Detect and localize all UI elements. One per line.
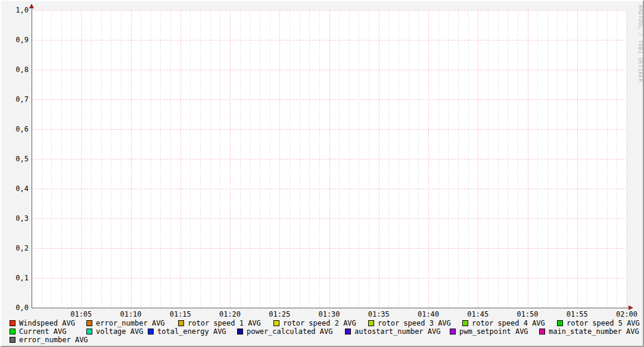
plot-area bbox=[32, 10, 627, 308]
legend-swatch bbox=[450, 329, 456, 335]
legend-label: main_state_number AVG bbox=[549, 328, 639, 335]
legend-item: pwm_setpoint AVG bbox=[450, 328, 528, 335]
x-tick-label: 01:40 bbox=[410, 310, 446, 318]
legend-swatch bbox=[10, 337, 15, 343]
x-tick-label: 01:05 bbox=[63, 310, 99, 318]
y-tick-label: 0,7 bbox=[2, 95, 29, 104]
major-gridline-horizontal bbox=[32, 159, 627, 160]
legend-item: rotor speed 4 AVG bbox=[462, 320, 545, 327]
watermark: RRDTOOL / TOBI OETIKER bbox=[637, 5, 643, 82]
major-gridline-horizontal bbox=[32, 10, 627, 11]
x-axis-arrow-icon bbox=[629, 305, 633, 310]
x-tick-label: 01:20 bbox=[212, 310, 248, 318]
y-tick-label: 0,4 bbox=[2, 185, 29, 193]
x-tick-label: 01:30 bbox=[312, 310, 347, 318]
legend-item: Windspeed AVG bbox=[10, 320, 75, 327]
legend-label: Windspeed AVG bbox=[19, 320, 75, 327]
legend-label: pwm_setpoint AVG bbox=[459, 328, 528, 335]
y-tick-label: 0,9 bbox=[2, 36, 29, 44]
legend-swatch bbox=[557, 320, 563, 326]
x-axis bbox=[32, 308, 629, 308]
x-tick-label: 01:45 bbox=[460, 310, 496, 318]
legend-item: total_energy AVG bbox=[148, 328, 226, 335]
legend-item: error_number AVG bbox=[86, 320, 165, 327]
legend-label: voltage AVG bbox=[96, 328, 143, 335]
graph-frame: 1,00,90,80,70,60,50,40,30,20,10,0 01:050… bbox=[0, 0, 644, 347]
y-tick-label: 0,6 bbox=[2, 125, 29, 133]
legend-item: error_number AVG bbox=[10, 336, 88, 343]
y-tick-label: 1,0 bbox=[2, 6, 29, 14]
legend-item: rotor speed 2 AVG bbox=[273, 320, 356, 327]
legend-label: error_number AVG bbox=[19, 336, 88, 343]
y-tick-label: 0,3 bbox=[2, 214, 29, 223]
y-tick-label: 0,1 bbox=[2, 274, 29, 282]
legend-item: rotor speed 5 AVG bbox=[557, 320, 640, 327]
legend-label: rotor speed 4 AVG bbox=[472, 320, 545, 327]
legend-swatch bbox=[86, 329, 92, 335]
x-tick-label: 01:15 bbox=[163, 310, 198, 318]
major-gridline-horizontal bbox=[32, 129, 627, 130]
legend-label: rotor speed 2 AVG bbox=[283, 320, 356, 327]
legend-item: autostart_number AVG bbox=[345, 328, 441, 335]
legend-item: main_state_number AVG bbox=[539, 328, 639, 335]
major-gridline-horizontal bbox=[32, 40, 627, 40]
legend-label: Current AVG bbox=[19, 328, 66, 335]
legend-swatch bbox=[10, 329, 15, 335]
legend-swatch bbox=[462, 320, 468, 326]
legend-label: error_number AVG bbox=[96, 320, 165, 327]
legend-label: power_calculated AVG bbox=[247, 328, 333, 335]
legend-swatch bbox=[86, 320, 92, 326]
legend-swatch bbox=[368, 320, 374, 326]
legend-item: power_calculated AVG bbox=[237, 328, 333, 335]
legend-label: total_energy AVG bbox=[157, 328, 226, 335]
legend-swatch bbox=[10, 320, 15, 326]
legend-item: rotor speed 1 AVG bbox=[178, 320, 261, 327]
legend-swatch bbox=[273, 320, 279, 326]
x-tick-label: 01:50 bbox=[510, 310, 546, 318]
x-tick-label: 02:00 bbox=[609, 310, 644, 318]
y-axis bbox=[32, 7, 32, 308]
legend-swatch bbox=[237, 329, 243, 335]
y-axis-arrow-icon bbox=[29, 4, 34, 8]
major-gridline-horizontal bbox=[32, 218, 627, 219]
major-gridline-horizontal bbox=[32, 248, 627, 249]
x-tick-label: 01:55 bbox=[559, 310, 595, 318]
legend-label: rotor speed 5 AVG bbox=[567, 320, 640, 327]
major-gridline-horizontal bbox=[32, 189, 627, 189]
major-gridline-horizontal bbox=[32, 99, 627, 100]
legend-swatch bbox=[148, 329, 154, 335]
x-tick-label: 01:35 bbox=[361, 310, 397, 318]
legend-label: rotor speed 3 AVG bbox=[378, 320, 451, 327]
y-tick-label: 0,5 bbox=[2, 155, 29, 163]
y-tick-label: 0,8 bbox=[2, 65, 29, 74]
legend-item: Current AVG bbox=[10, 328, 66, 335]
x-tick-label: 01:25 bbox=[262, 310, 297, 318]
legend-swatch bbox=[345, 329, 351, 335]
legend-label: rotor speed 1 AVG bbox=[188, 320, 261, 327]
legend-swatch bbox=[539, 329, 545, 335]
legend-swatch bbox=[178, 320, 184, 326]
major-gridline-horizontal bbox=[32, 70, 627, 70]
x-tick-label: 01:10 bbox=[113, 310, 149, 318]
legend-item: voltage AVG bbox=[86, 328, 143, 335]
y-tick-label: 0,0 bbox=[2, 304, 29, 312]
legend-label: autostart_number AVG bbox=[354, 328, 441, 335]
legend-item: rotor speed 3 AVG bbox=[368, 320, 451, 327]
major-gridline-vertical bbox=[627, 10, 627, 308]
y-tick-label: 0,2 bbox=[2, 244, 29, 252]
major-gridline-horizontal bbox=[32, 278, 627, 279]
